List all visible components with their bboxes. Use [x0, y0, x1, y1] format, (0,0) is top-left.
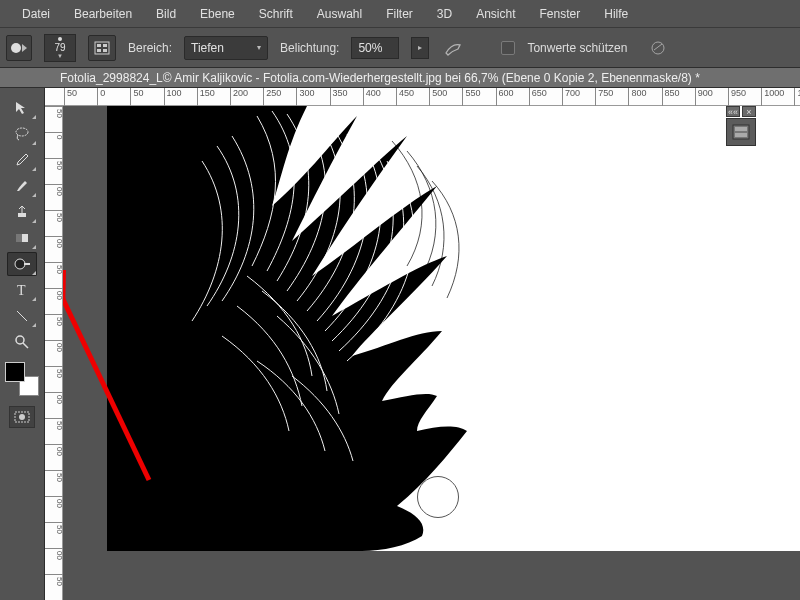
svg-text:T: T	[17, 283, 26, 298]
eyedropper-tool[interactable]	[7, 148, 37, 172]
ruler-tick: 950	[728, 88, 746, 106]
protect-tones-label: Tonwerte schützen	[527, 41, 627, 55]
range-dropdown[interactable]: Tiefen ▾	[184, 36, 268, 60]
menu-help[interactable]: Hilfe	[592, 1, 640, 27]
menu-image[interactable]: Bild	[144, 1, 188, 27]
chevron-down-icon: ▼	[57, 53, 63, 59]
ruler-tick: 50	[45, 262, 63, 274]
ruler-tick: 00	[45, 392, 63, 404]
panel-dock-controls: «« ×	[726, 106, 756, 117]
ruler-tick: 500	[429, 88, 447, 106]
pen-tool[interactable]	[7, 304, 37, 328]
svg-rect-12	[24, 263, 30, 265]
panel-close-button[interactable]: ×	[742, 106, 756, 117]
ruler-tick: 50	[45, 366, 63, 378]
ruler-tick: 50	[45, 574, 63, 586]
menu-select[interactable]: Auswahl	[305, 1, 374, 27]
ruler-tick: 800	[628, 88, 646, 106]
ruler-tick: 00	[45, 288, 63, 300]
ruler-tick: 50	[45, 158, 63, 170]
range-label: Bereich:	[128, 41, 172, 55]
menu-3d[interactable]: 3D	[425, 1, 464, 27]
ruler-tick: 250	[263, 88, 281, 106]
ruler-tick: 50	[45, 314, 63, 326]
canvas-area	[63, 106, 800, 600]
exposure-label: Belichtung:	[280, 41, 339, 55]
ruler-tick: 1050	[794, 88, 800, 106]
ruler-tick: 00	[45, 496, 63, 508]
properties-panel-icon[interactable]	[726, 118, 756, 146]
brush-panel-toggle[interactable]	[88, 35, 116, 61]
tool-preset-picker[interactable]	[6, 35, 32, 61]
ruler-tick: 00	[45, 236, 63, 248]
exposure-input[interactable]: 50%	[351, 37, 399, 59]
ruler-tick: 50	[45, 210, 63, 222]
main-menu-bar: Datei Bearbeiten Bild Ebene Schrift Ausw…	[0, 0, 800, 28]
document-title-tab[interactable]: Fotolia_2998824_L© Amir Kaljikovic - Fot…	[0, 68, 800, 88]
move-tool[interactable]	[7, 96, 37, 120]
svg-point-14	[16, 336, 24, 344]
menu-filter[interactable]: Filter	[374, 1, 425, 27]
chevron-down-icon: ▾	[257, 43, 261, 52]
zoom-tool[interactable]	[7, 330, 37, 354]
menu-layer[interactable]: Ebene	[188, 1, 247, 27]
lasso-tool[interactable]	[7, 122, 37, 146]
pressure-toggle[interactable]	[645, 36, 671, 60]
ruler-tick: 550	[462, 88, 480, 106]
svg-rect-5	[103, 49, 107, 52]
ruler-tick: 00	[45, 340, 63, 352]
clone-stamp-tool[interactable]	[7, 200, 37, 224]
foreground-color-swatch[interactable]	[5, 362, 25, 382]
svg-point-16	[19, 414, 25, 420]
panel-collapse-button[interactable]: ««	[726, 106, 740, 117]
dodge-tool[interactable]	[7, 252, 37, 276]
ruler-tick: 200	[230, 88, 248, 106]
ruler-tick: 600	[496, 88, 514, 106]
ruler-tick: 50	[45, 106, 63, 118]
ruler-tick: 00	[45, 444, 63, 456]
protect-tones-checkbox[interactable]	[501, 41, 515, 55]
menu-file[interactable]: Datei	[10, 1, 62, 27]
brush-tool[interactable]	[7, 174, 37, 198]
menu-type[interactable]: Schrift	[247, 1, 305, 27]
menu-edit[interactable]: Bearbeiten	[62, 1, 144, 27]
tools-panel: T	[0, 88, 45, 600]
ruler-tick: 700	[562, 88, 580, 106]
ruler-tick: 50	[45, 522, 63, 534]
vertical-ruler[interactable]: 5005000500050005000500050005000500050	[45, 106, 63, 600]
brush-preset-picker[interactable]: 79 ▼	[44, 34, 76, 62]
menu-view[interactable]: Ansicht	[464, 1, 527, 27]
brush-cursor-indicator	[417, 476, 459, 518]
ruler-tick: 450	[396, 88, 414, 106]
exposure-flyout[interactable]: ▸	[411, 37, 429, 59]
type-tool[interactable]: T	[7, 278, 37, 302]
range-value: Tiefen	[191, 41, 224, 55]
document-canvas[interactable]	[107, 106, 800, 551]
ruler-tick: 1000	[761, 88, 784, 106]
ruler-tick: 00	[45, 548, 63, 560]
svg-point-0	[11, 43, 21, 53]
airbrush-toggle[interactable]	[441, 36, 467, 60]
ruler-tick: 00	[45, 184, 63, 196]
ruler-tick: 900	[695, 88, 713, 106]
gradient-tool[interactable]	[7, 226, 37, 250]
svg-point-7	[16, 128, 28, 136]
ruler-tick: 350	[330, 88, 348, 106]
exposure-value: 50%	[358, 41, 382, 55]
svg-point-11	[15, 259, 25, 269]
ruler-tick: 50	[45, 418, 63, 430]
svg-rect-3	[103, 44, 107, 47]
ruler-tick: 150	[197, 88, 215, 106]
ruler-tick: 0	[97, 88, 105, 106]
menu-window[interactable]: Fenster	[528, 1, 593, 27]
svg-rect-21	[735, 133, 747, 137]
brush-preview-dot	[58, 37, 62, 41]
color-swatches[interactable]	[5, 362, 39, 396]
quick-mask-toggle[interactable]	[9, 406, 35, 428]
brush-size-value: 79	[54, 43, 65, 53]
svg-rect-20	[735, 127, 747, 131]
ruler-tick: 300	[296, 88, 314, 106]
svg-point-6	[652, 42, 664, 54]
svg-rect-10	[16, 234, 22, 242]
horizontal-ruler[interactable]: 5005010015020025030035040045050055060065…	[45, 88, 800, 106]
